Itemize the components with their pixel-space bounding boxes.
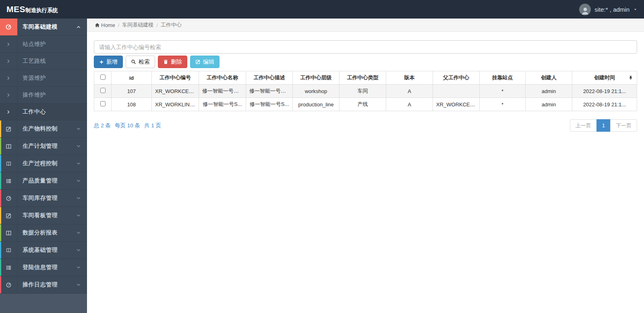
- column-header-code: 工作中心编号: [152, 71, 199, 85]
- search-icon: [131, 59, 136, 64]
- sidebar-item-analysis-reports[interactable]: 数据分析报表: [0, 224, 87, 242]
- sidebar-nav: 车间基础建模 站点维护 工艺路线 资源维护 操作维护 工作中心 生产物料控制 生…: [0, 19, 87, 313]
- user-photo-icon: [581, 6, 590, 15]
- breadcrumb-home-label: Home: [101, 22, 115, 28]
- sidebar-item-label: 工作中心: [17, 104, 87, 120]
- pagination: 上一页 1 下一页: [570, 119, 637, 132]
- cell-id: 108: [112, 98, 152, 111]
- color-strip: [0, 276, 1, 293]
- cell-code: XR_WORKCEN...: [152, 85, 199, 98]
- chevron-right-icon: [0, 36, 17, 52]
- table-header-row: id 工作中心编号 工作中心名称 工作中心描述 工作中心层级 工作中心类型 版本…: [94, 71, 637, 85]
- sidebar-item-board-management[interactable]: 车间看板管理: [0, 207, 87, 224]
- column-header-level: 工作中心层级: [293, 71, 340, 85]
- book-icon: [0, 155, 17, 172]
- sidebar-item-resource-maintenance[interactable]: 资源维护: [0, 70, 87, 87]
- summary-total: 总 2 条: [94, 122, 111, 129]
- pencil-square-icon: [195, 59, 201, 64]
- sidebar-item-label: 工艺路线: [17, 53, 87, 69]
- cell-created-time: 2022-08-19 21:1...: [572, 85, 637, 98]
- sidebar-item-label: 车间库存管理: [17, 190, 76, 207]
- sidebar-item-workshop-modeling[interactable]: 车间基础建模: [0, 19, 87, 36]
- sidebar-item-operation-maintenance[interactable]: 操作维护: [0, 87, 87, 104]
- page-content: 新增 检索 删除 编辑: [87, 32, 644, 132]
- trash-icon: [163, 59, 168, 64]
- chevron-right-icon: [0, 87, 17, 103]
- add-button[interactable]: 新增: [94, 56, 123, 68]
- toolbar: 新增 检索 删除 编辑: [94, 56, 637, 68]
- sidebar-item-work-center[interactable]: 工作中心: [0, 104, 87, 120]
- prev-page-button[interactable]: 上一页: [570, 119, 597, 132]
- th-list-icon: [0, 259, 17, 276]
- pagination-summary: 总 2 条 每页 10 条 共 1 页: [94, 122, 161, 129]
- chevron-right-icon: [0, 53, 17, 69]
- chevron-up-icon: [76, 19, 87, 35]
- breadcrumb-home-link[interactable]: Home: [95, 22, 115, 28]
- cell-description: 修一智能一号车间: [246, 85, 293, 98]
- row-checkbox[interactable]: [100, 101, 106, 106]
- cell-type: 车间: [340, 85, 386, 98]
- sidebar-item-label: 登陆信息管理: [17, 259, 76, 276]
- column-header-id: id: [112, 71, 152, 85]
- column-header-label: 创建时间: [594, 75, 615, 81]
- search-button[interactable]: 检索: [126, 56, 155, 68]
- cell-level: production_line: [293, 98, 340, 111]
- column-header-parent: 父工作中心: [433, 71, 480, 85]
- column-header-name: 工作中心名称: [199, 71, 246, 85]
- next-page-button[interactable]: 下一页: [610, 119, 637, 132]
- color-strip: [0, 242, 1, 259]
- user-menu[interactable]: site:* , admin: [579, 4, 638, 15]
- search-button-label: 检索: [139, 58, 150, 66]
- chevron-down-icon: [76, 155, 87, 172]
- sidebar-item-label: 资源维护: [17, 70, 87, 86]
- sidebar-item-quality-management[interactable]: 产品质量管理: [0, 172, 87, 190]
- cell-parent: XR_WORKCEN...: [433, 98, 480, 111]
- sidebar-item-inventory-management[interactable]: 车间库存管理: [0, 190, 87, 207]
- summary-per-page: 每页 10 条: [115, 122, 140, 129]
- cell-name: 修一智能一号S...: [199, 98, 246, 111]
- work-center-table: id 工作中心编号 工作中心名称 工作中心描述 工作中心层级 工作中心类型 版本…: [94, 71, 637, 111]
- chevron-down-icon: [76, 120, 87, 137]
- cell-creator: admin: [526, 98, 572, 111]
- pencil-square-icon: [0, 207, 17, 224]
- book-icon: [0, 242, 17, 259]
- sidebar-item-label: 站点维护: [17, 36, 87, 52]
- sidebar-item-process-control[interactable]: 生产过程控制: [0, 155, 87, 172]
- sidebar-item-label: 车间看板管理: [17, 207, 76, 224]
- top-navbar: MES制造执行系统 site:* , admin: [0, 0, 644, 19]
- breadcrumb-item-workshop-modeling[interactable]: 车间基础建模: [122, 21, 153, 29]
- sidebar-item-plan-management[interactable]: 生产计划管理: [0, 138, 87, 155]
- column-header-station: 挂靠站点: [480, 71, 526, 85]
- cell-version: A: [386, 98, 433, 111]
- search-input[interactable]: [94, 40, 637, 54]
- sidebar-item-label: 数据分析报表: [17, 224, 76, 241]
- sidebar-item-process-route[interactable]: 工艺路线: [0, 53, 87, 70]
- color-strip: [0, 207, 1, 224]
- breadcrumb-item-work-center: 工作中心: [161, 21, 182, 29]
- delete-button-label: 删除: [171, 58, 182, 66]
- chevron-right-icon: [0, 70, 17, 86]
- edit-button[interactable]: 编辑: [190, 56, 219, 68]
- row-checkbox[interactable]: [100, 88, 106, 93]
- chevron-down-icon: [76, 224, 87, 241]
- select-all-checkbox[interactable]: [100, 75, 106, 80]
- color-strip: [0, 190, 1, 207]
- column-header-description: 工作中心描述: [246, 71, 293, 85]
- summary-pages: 共 1 页: [144, 122, 161, 129]
- sidebar-item-operation-log-management[interactable]: 操作日志管理: [0, 276, 87, 294]
- color-strip: [0, 259, 1, 276]
- sidebar-item-label: 生产计划管理: [17, 138, 76, 155]
- breadcrumb-separator: /: [156, 22, 158, 28]
- sidebar-item-system-management[interactable]: 系统基础管理: [0, 242, 87, 259]
- delete-button[interactable]: 删除: [158, 56, 187, 68]
- pin-icon[interactable]: [628, 75, 633, 80]
- home-icon: [95, 23, 100, 28]
- brand-mes: MES: [6, 4, 25, 14]
- sidebar-item-site-maintenance[interactable]: 站点维护: [0, 36, 87, 53]
- work-center-table-wrap: id 工作中心编号 工作中心名称 工作中心描述 工作中心层级 工作中心类型 版本…: [94, 71, 637, 111]
- sidebar-item-label: 车间基础建模: [17, 19, 76, 35]
- sidebar-item-material-control[interactable]: 生产物料控制: [0, 120, 87, 138]
- sidebar-item-login-info-management[interactable]: 登陆信息管理: [0, 259, 87, 276]
- page-1-button[interactable]: 1: [596, 119, 611, 132]
- chevron-right-icon: [0, 104, 17, 120]
